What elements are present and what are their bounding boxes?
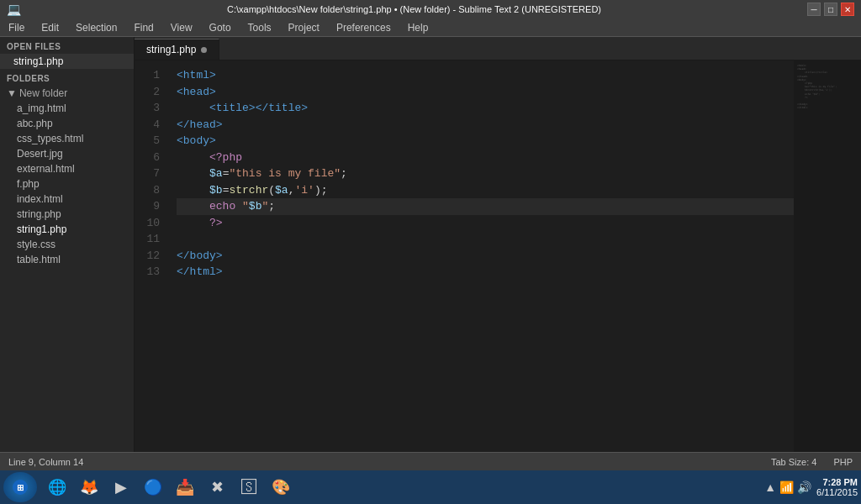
folder-file-string1-php[interactable]: string1.php xyxy=(0,222,134,237)
code-line-8: $b=strchr($a,'i'); xyxy=(177,182,794,199)
code-line-13: </html> xyxy=(177,264,794,281)
minimap: <html> <head> <title></title> </head> <b… xyxy=(794,60,861,452)
line-number-11: 11 xyxy=(146,231,160,248)
xampp-icon[interactable]: ✖ xyxy=(202,473,232,501)
code-line-1: <html> xyxy=(177,67,794,84)
title-bar: 💻 C:\xampp\htdocs\New folder\string1.php… xyxy=(0,0,861,18)
code-line-7: $a="this is my file"; xyxy=(177,165,794,182)
status-bar: Line 9, Column 14 Tab Size: 4 PHP xyxy=(0,452,861,470)
utorrent-icon[interactable]: 📥 xyxy=(170,473,200,501)
tab-bar: string1.php xyxy=(135,37,861,60)
line-number-2: 2 xyxy=(146,84,160,101)
menu-item-find[interactable]: Find xyxy=(125,18,161,36)
maximize-button[interactable]: □ xyxy=(824,3,837,16)
folder-file-f-php[interactable]: f.php xyxy=(0,176,134,192)
code-line-2: <head> xyxy=(177,84,794,101)
taskbar-left: ⊞ 🌐 🦊 ▶ 🔵 📥 ✖ 🅂 🎨 xyxy=(3,472,296,502)
code-line-5: <body> xyxy=(177,133,794,150)
menu-item-view[interactable]: View xyxy=(162,18,201,36)
clock-time: 7:28 PM xyxy=(816,477,858,487)
media-icon[interactable]: ▶ xyxy=(106,473,136,501)
folder-arrow-icon: ▼ xyxy=(7,87,17,99)
line-number-6: 6 xyxy=(146,150,160,166)
menu-item-preferences[interactable]: Preferences xyxy=(328,18,399,36)
line-number-10: 10 xyxy=(146,215,160,232)
tray-arrow[interactable]: ▲ xyxy=(764,480,776,494)
code-line-9: echo "$b"; xyxy=(177,198,794,215)
line-numbers: 12345678910111213 xyxy=(135,60,168,452)
window-controls: ─ □ ✕ xyxy=(807,3,854,16)
firefox-icon[interactable]: 🦊 xyxy=(74,473,104,501)
folder-file-style-css[interactable]: style.css xyxy=(0,237,134,252)
system-tray: ▲ 📶 🔊 xyxy=(764,480,811,494)
language: PHP xyxy=(833,457,853,467)
folder-file-a_img-html[interactable]: a_img.html xyxy=(0,101,134,116)
menu-item-project[interactable]: Project xyxy=(280,18,328,36)
window-icon: 💻 xyxy=(7,3,21,16)
menu-item-selection[interactable]: Selection xyxy=(67,18,125,36)
ie-icon[interactable]: 🌐 xyxy=(42,473,72,501)
sidebar: OPEN FILES string1.php FOLDERS ▼ New fol… xyxy=(0,37,135,452)
minimap-content: <html> <head> <title></title> </head> <b… xyxy=(794,60,861,113)
window-title: C:\xampp\htdocs\New folder\string1.php •… xyxy=(21,4,807,14)
folder-file-external-html[interactable]: external.html xyxy=(0,161,134,176)
menu-item-tools[interactable]: Tools xyxy=(240,18,280,36)
folder-file-Desert-jpg[interactable]: Desert.jpg xyxy=(0,146,134,161)
main-layout: OPEN FILES string1.php FOLDERS ▼ New fol… xyxy=(0,37,861,452)
line-number-12: 12 xyxy=(146,248,160,265)
chrome-icon[interactable]: 🔵 xyxy=(138,473,168,501)
code-line-11 xyxy=(177,231,794,248)
svg-text:⊞: ⊞ xyxy=(17,483,24,492)
line-number-5: 5 xyxy=(146,133,160,150)
line-number-8: 8 xyxy=(146,182,160,199)
menu-item-help[interactable]: Help xyxy=(399,18,437,36)
paint-icon[interactable]: 🎨 xyxy=(266,473,296,501)
line-number-7: 7 xyxy=(146,165,160,182)
clock[interactable]: 7:28 PM 6/11/2015 xyxy=(816,477,858,497)
open-files-label: OPEN FILES xyxy=(0,37,134,54)
menu-item-goto[interactable]: Goto xyxy=(201,18,240,36)
taskbar-right: ▲ 📶 🔊 7:28 PM 6/11/2015 xyxy=(764,477,858,497)
menu-bar: FileEditSelectionFindViewGotoToolsProjec… xyxy=(0,18,861,37)
volume-icon[interactable]: 🔊 xyxy=(797,480,811,494)
folder-name: New folder xyxy=(19,87,67,99)
tab-size: Tab Size: 4 xyxy=(771,457,816,467)
sublime-icon[interactable]: 🅂 xyxy=(234,473,264,501)
folder-file-string-php[interactable]: string.php xyxy=(0,207,134,222)
status-right: Tab Size: 4 PHP xyxy=(771,457,853,467)
line-number-3: 3 xyxy=(146,100,160,117)
code-line-12: </body> xyxy=(177,248,794,265)
clock-date: 6/11/2015 xyxy=(816,487,858,497)
folders-label: FOLDERS xyxy=(0,69,134,86)
tab-modified-dot xyxy=(201,47,207,53)
code-line-6: <?php xyxy=(177,150,794,166)
code-container[interactable]: 12345678910111213 <html><head> <title></… xyxy=(135,60,861,452)
taskbar: ⊞ 🌐 🦊 ▶ 🔵 📥 ✖ 🅂 🎨 ▲ 📶 🔊 7:28 PM 6/11/201… xyxy=(0,470,861,504)
cursor-position: Line 9, Column 14 xyxy=(8,457,83,467)
minimize-button[interactable]: ─ xyxy=(807,3,821,16)
folder-files: a_img.htmlabc.phpcss_types.htmlDesert.jp… xyxy=(0,101,134,267)
line-number-9: 9 xyxy=(146,198,160,215)
line-number-4: 4 xyxy=(146,117,160,134)
folder-new-folder[interactable]: ▼ New folder xyxy=(0,86,134,101)
tab-string1[interactable]: string1.php xyxy=(135,39,219,60)
start-button[interactable]: ⊞ xyxy=(3,472,37,502)
tab-filename: string1.php xyxy=(146,44,196,55)
network-icon[interactable]: 📶 xyxy=(779,480,794,494)
folder-file-table-html[interactable]: table.html xyxy=(0,252,134,267)
menu-item-edit[interactable]: Edit xyxy=(33,18,67,36)
folder-file-index-html[interactable]: index.html xyxy=(0,192,134,207)
line-number-1: 1 xyxy=(146,67,160,84)
close-button[interactable]: ✕ xyxy=(841,3,854,16)
code-line-4: </head> xyxy=(177,117,794,134)
folder-file-abc-php[interactable]: abc.php xyxy=(0,116,134,131)
editor-area: string1.php 12345678910111213 <html><hea… xyxy=(135,37,861,452)
code-lines[interactable]: <html><head> <title></title></head><body… xyxy=(168,60,794,452)
open-file-string1[interactable]: string1.php xyxy=(0,54,134,69)
code-line-3: <title></title> xyxy=(177,100,794,117)
menu-item-file[interactable]: File xyxy=(0,18,33,36)
status-left: Line 9, Column 14 xyxy=(8,457,83,467)
folder-file-css_types-html[interactable]: css_types.html xyxy=(0,131,134,146)
line-number-13: 13 xyxy=(146,264,160,281)
code-line-10: ?> xyxy=(177,215,794,232)
